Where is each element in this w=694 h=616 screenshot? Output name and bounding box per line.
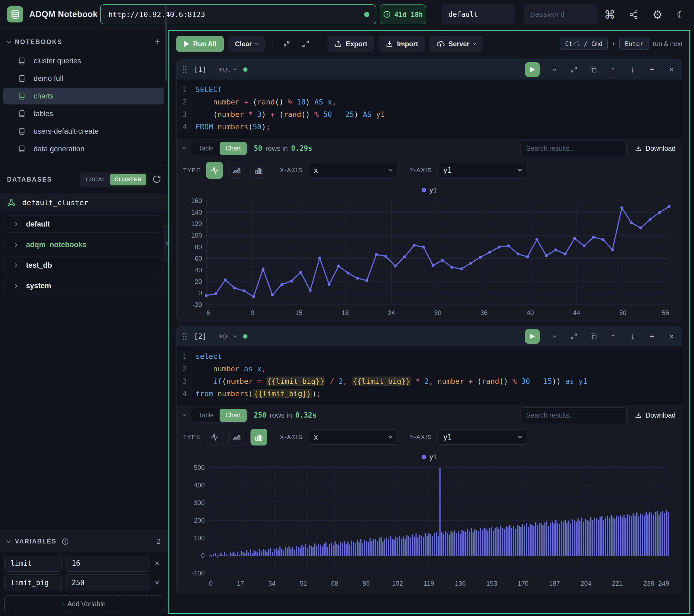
download-button[interactable]: Download <box>635 411 676 419</box>
share-icon[interactable] <box>627 8 640 21</box>
drag-handle-icon[interactable] <box>183 66 187 73</box>
table-toggle[interactable]: Table <box>193 409 220 422</box>
server-button[interactable]: Server <box>430 36 483 52</box>
username-field[interactable]: default <box>441 4 515 24</box>
variable-value-input[interactable]: 16 <box>66 555 149 572</box>
cell-move-down-icon[interactable]: ↓ <box>628 65 637 74</box>
code-line[interactable]: 3 if(number = {{limit_big}} / 2, {{limit… <box>177 375 682 388</box>
y-axis-select[interactable]: y1 <box>438 430 527 445</box>
cluster-row[interactable]: default_cluster <box>0 193 168 212</box>
cell-expand-icon[interactable] <box>569 65 579 74</box>
chart-type-line-button[interactable] <box>206 162 223 179</box>
tree-item-test_db[interactable]: test_db <box>4 257 163 274</box>
remove-variable-button[interactable]: × <box>154 578 160 587</box>
y-axis-select[interactable]: y1 <box>438 163 527 178</box>
refresh-icon[interactable] <box>152 175 161 185</box>
code-line[interactable]: 3 (number * 3) + (rand() % 50 - 25) AS y… <box>177 108 682 121</box>
password-field[interactable]: password <box>524 4 597 24</box>
variables-header[interactable]: VARIABLES 2 <box>0 531 168 552</box>
code-line[interactable]: 4from numbers({{limit_big}}); <box>177 388 682 400</box>
run-cell-button[interactable] <box>525 62 540 77</box>
dark-mode-moon-icon[interactable]: ☾ <box>675 8 688 21</box>
chart-toggle[interactable]: Chart <box>220 142 247 155</box>
settings-gear-icon[interactable]: ⚙ <box>651 8 664 21</box>
cell-copy-icon[interactable] <box>589 65 598 74</box>
variable-name-input[interactable]: limit <box>4 555 62 572</box>
search-results-input[interactable]: Search results... <box>520 141 626 156</box>
cell-expand-icon[interactable] <box>569 332 579 341</box>
chart-legend[interactable]: y1 <box>182 450 677 463</box>
sidebar-item-cluster-queries[interactable]: cluster queries <box>3 53 164 69</box>
chart-type-area-button[interactable] <box>228 162 245 179</box>
sidebar-item-data-generation[interactable]: data generation <box>3 141 164 157</box>
variable-value-input[interactable]: 250 <box>66 574 149 591</box>
code-line[interactable]: 1SELECT <box>177 83 682 96</box>
tree-item-system[interactable]: system <box>4 277 163 295</box>
cell-language-select[interactable]: SQL <box>219 333 236 340</box>
code-line[interactable]: 4FROM numbers(50); <box>177 121 682 133</box>
chart-type-bar-button[interactable] <box>251 162 267 179</box>
bar-chart[interactable]: 5004003002001000-10001734516885102119136… <box>182 463 674 591</box>
chevron-down-icon <box>255 41 259 45</box>
clear-button[interactable]: Clear <box>228 36 266 52</box>
shortcuts-icon[interactable]: ⌘ <box>603 8 616 21</box>
cell-language-select[interactable]: SQL <box>219 66 236 73</box>
line-chart[interactable]: 160140120100806040200-206915182430364044… <box>182 197 674 319</box>
sidebar-item-users-default-create[interactable]: users-default-create <box>3 123 164 139</box>
cell-copy-icon[interactable] <box>589 332 598 341</box>
scope-toggle[interactable]: LOCAL CLUSTER <box>80 172 148 187</box>
cell-move-up-icon[interactable]: ↑ <box>608 65 618 74</box>
chart-type-area-button[interactable] <box>228 429 245 446</box>
table-toggle[interactable]: Table <box>193 142 220 155</box>
variable-name-input[interactable]: limit_big <box>4 574 62 591</box>
scope-cluster[interactable]: CLUSTER <box>110 174 146 185</box>
cell-close-icon[interactable]: × <box>667 65 676 74</box>
sidebar-item-charts[interactable]: charts <box>3 88 164 105</box>
scope-local[interactable]: LOCAL <box>81 174 110 185</box>
expand-all-button[interactable] <box>298 37 313 51</box>
cell-move-up-icon[interactable]: ↑ <box>608 332 618 341</box>
cell-add-icon[interactable]: + <box>647 65 657 74</box>
notebooks-header[interactable]: NOTEBOOKS + <box>0 29 168 52</box>
drag-handle-icon[interactable] <box>183 333 187 340</box>
collapse-all-button[interactable] <box>279 37 294 51</box>
import-button[interactable]: Import <box>379 36 425 52</box>
uptime-badge: 41d 18h <box>380 4 426 24</box>
chart-type-line-button[interactable] <box>206 429 223 446</box>
sidebar-scrollbar[interactable] <box>165 5 167 81</box>
server-url-input[interactable]: http://10.92.40.6:8123 <box>100 4 377 24</box>
cell-close-icon[interactable]: × <box>667 332 676 341</box>
run-cell-button[interactable] <box>525 329 540 344</box>
duration: 0.29s <box>291 144 312 152</box>
cell-collapse-chevron[interactable] <box>550 332 559 341</box>
add-variable-button[interactable]: + Add Variable <box>4 595 163 612</box>
remove-variable-button[interactable]: × <box>154 559 160 568</box>
sidebar-item-tables[interactable]: tables <box>3 105 164 122</box>
chart-legend[interactable]: y1 <box>182 184 677 197</box>
results-collapse-chevron[interactable] <box>183 146 186 149</box>
svg-text:100: 100 <box>191 232 202 239</box>
tree-item-adqm_notebooks[interactable]: adqm_notebooks <box>4 236 163 253</box>
download-button[interactable]: Download <box>635 145 676 152</box>
code-line[interactable]: 1select <box>177 350 682 363</box>
x-axis-select[interactable]: x <box>308 430 398 445</box>
results-collapse-chevron[interactable] <box>183 412 186 416</box>
table-chart-toggle[interactable]: Table Chart <box>192 141 248 156</box>
cell-2-code-editor[interactable]: 1select2 number as x,3 if(number = {{lim… <box>177 347 682 405</box>
cell-move-down-icon[interactable]: ↓ <box>628 332 637 341</box>
code-line[interactable]: 2 number as x, <box>177 363 682 375</box>
x-axis-select[interactable]: x <box>308 163 398 178</box>
tree-item-default[interactable]: default <box>4 216 163 233</box>
cell-add-icon[interactable]: + <box>647 332 657 341</box>
export-button[interactable]: Export <box>327 36 374 52</box>
sidebar-item-demo-full[interactable]: demo full <box>3 70 164 87</box>
code-line[interactable]: 2 number + (rand() % 10) AS x, <box>177 96 682 108</box>
cell-1-code-editor[interactable]: 1SELECT2 number + (rand() % 10) AS x,3 (… <box>177 79 682 138</box>
table-chart-toggle[interactable]: Table Chart <box>192 408 248 423</box>
chart-type-bar-button[interactable] <box>251 429 267 446</box>
add-notebook-button[interactable]: + <box>154 37 160 47</box>
cell-collapse-chevron[interactable] <box>550 65 559 74</box>
search-results-input[interactable]: Search results... <box>520 407 626 423</box>
run-all-button[interactable]: Run All <box>176 36 224 52</box>
chart-toggle[interactable]: Chart <box>220 409 247 422</box>
